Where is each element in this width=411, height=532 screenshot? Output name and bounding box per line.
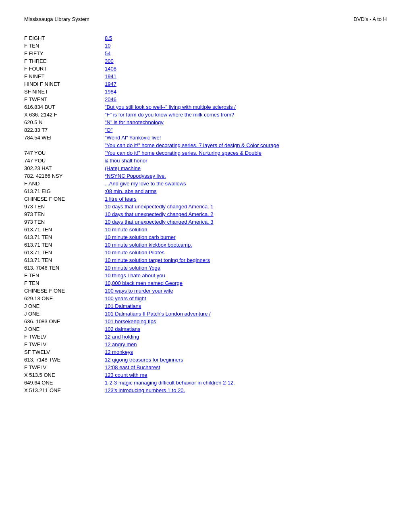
title-cell[interactable]: (Hate) machine — [105, 164, 387, 172]
title-cell[interactable]: 12 angry men — [105, 341, 387, 348]
title-link[interactable]: 102 dalmatians — [105, 326, 140, 332]
title-link[interactable]: 101 horsekeeping tips — [105, 318, 156, 324]
title-link[interactable]: 100 years of flight — [105, 295, 146, 301]
title-cell[interactable]: 100 years of flight — [105, 295, 387, 302]
title-cell[interactable]: 101 Dalmatians — [105, 302, 387, 310]
title-cell[interactable]: "You can do it!" home decorating series.… — [105, 141, 387, 149]
title-link[interactable]: "F" is for farm do you know where the mi… — [105, 112, 234, 118]
title-cell[interactable]: 10 things I hate about you — [105, 272, 387, 279]
title-link[interactable]: 1984 — [105, 89, 116, 95]
title-cell[interactable]: 1 litre of tears — [105, 195, 387, 203]
title-link[interactable]: ...And give my love to the swallows — [105, 181, 186, 187]
title-link[interactable]: 10 days that unexpectedly changed Americ… — [105, 219, 214, 225]
call-number: F NINET — [24, 73, 105, 80]
title-link[interactable]: 100 ways to murder your wife — [105, 288, 173, 294]
title-cell[interactable]: ...And give my love to the swallows — [105, 180, 387, 187]
title-cell[interactable]: 10 days that unexpectedly changed Americ… — [105, 203, 387, 210]
title-cell[interactable]: "But you still look so well--" living wi… — [105, 103, 387, 111]
title-cell[interactable]: 123's introducing numbers 1 to 20. — [105, 387, 387, 394]
title-link[interactable]: 2046 — [105, 96, 116, 102]
title-link[interactable]: 10 things I hate about you — [105, 272, 165, 278]
call-number: SF NINET — [24, 88, 105, 96]
title-cell[interactable]: 54 — [105, 50, 387, 57]
title-link[interactable]: 1947 — [105, 81, 116, 87]
title-link[interactable]: *NSYNC Popodyssey live. — [105, 173, 166, 179]
title-cell[interactable]: 10,000 black men named George — [105, 279, 387, 287]
title-link[interactable]: "Weird Al" Yankovic live! — [105, 135, 161, 141]
title-link[interactable]: 12 and holding — [105, 334, 139, 340]
title-cell[interactable]: 10 minute solution kickbox bootcamp. — [105, 241, 387, 249]
title-link[interactable]: 10 minute solution Pilates — [105, 249, 164, 256]
title-cell[interactable]: "Weird Al" Yankovic live! — [105, 134, 387, 141]
title-cell[interactable]: 123 count with me — [105, 371, 387, 379]
title-link[interactable]: "O" — [105, 127, 112, 133]
title-link[interactable]: 8.5 — [105, 35, 112, 41]
title-link[interactable]: 10 days that unexpectedly changed Americ… — [105, 211, 214, 217]
title-cell[interactable]: 10 minute solution Yoga — [105, 264, 387, 272]
title-cell[interactable]: 10 minute solution target toning for beg… — [105, 256, 387, 264]
title-cell[interactable]: 12 monkeys — [105, 348, 387, 356]
title-link[interactable]: (Hate) machine — [105, 165, 141, 171]
table-row: CHINESE F ONE1 litre of tears — [24, 195, 387, 203]
title-cell[interactable]: 2046 — [105, 96, 387, 103]
title-cell[interactable]: :08 min. abs and arms — [105, 187, 387, 195]
title-cell[interactable]: 10 days that unexpectedly changed Americ… — [105, 218, 387, 226]
title-link[interactable]: 10 minute solution — [105, 227, 147, 233]
title-link[interactable]: 10 — [105, 43, 110, 49]
title-cell[interactable]: 1947 — [105, 80, 387, 88]
title-link[interactable]: 12 qigong treasures for beginners — [105, 357, 183, 363]
title-cell[interactable]: 101 Dalmatians II Patch's London adventu… — [105, 310, 387, 318]
title-link[interactable]: 12 monkeys — [105, 349, 133, 355]
title-link[interactable]: 1941 — [105, 73, 116, 79]
title-link[interactable]: 101 Dalmatians — [105, 303, 141, 309]
title-link[interactable]: "N" is for nanotechnology — [105, 119, 164, 125]
title-cell[interactable]: 100 ways to murder your wife — [105, 287, 387, 295]
title-cell[interactable]: "N" is for nanotechnology — [105, 118, 387, 126]
call-number: 747 YOU — [24, 157, 105, 164]
title-cell[interactable]: 12 qigong treasures for beginners — [105, 356, 387, 364]
title-link[interactable]: & thou shalt honor — [105, 158, 147, 164]
title-cell[interactable]: 1984 — [105, 88, 387, 96]
title-link[interactable]: :08 min. abs and arms — [105, 188, 157, 194]
title-link[interactable]: 12 angry men — [105, 341, 137, 347]
title-link[interactable]: 123's introducing numbers 1 to 20. — [105, 387, 185, 393]
title-cell[interactable]: 10 minute solution — [105, 226, 387, 233]
title-link[interactable]: 54 — [105, 50, 110, 56]
title-link[interactable]: 123 count with me — [105, 372, 147, 378]
title-link[interactable]: 1-2-3 magic managing difficult behavior … — [105, 380, 235, 386]
title-link[interactable]: 10 minute solution carb burner — [105, 234, 176, 240]
title-cell[interactable]: 8.5 — [105, 34, 387, 42]
title-link[interactable]: 12:08 east of Bucharest — [105, 364, 160, 370]
title-cell[interactable]: 102 dalmatians — [105, 325, 387, 333]
title-cell[interactable]: 10 — [105, 42, 387, 50]
title-cell[interactable]: 300 — [105, 57, 387, 65]
title-link[interactable]: 10 days that unexpectedly changed Americ… — [105, 204, 214, 210]
title-cell[interactable]: 12:08 east of Bucharest — [105, 364, 387, 371]
title-cell[interactable]: *NSYNC Popodyssey live. — [105, 172, 387, 180]
title-cell[interactable]: 10 days that unexpectedly changed Americ… — [105, 210, 387, 218]
title-cell[interactable]: 10 minute solution carb burner — [105, 233, 387, 241]
call-number: 973 TEN — [24, 210, 105, 218]
title-cell[interactable]: 1408 — [105, 65, 387, 73]
title-cell[interactable]: 101 horsekeeping tips — [105, 318, 387, 325]
title-link[interactable]: 1 litre of tears — [105, 196, 137, 202]
title-cell[interactable]: & thou shalt honor — [105, 157, 387, 164]
title-link[interactable]: 10,000 black men named George — [105, 280, 183, 286]
title-link[interactable]: 10 minute solution target toning for beg… — [105, 257, 210, 263]
title-cell[interactable]: 1941 — [105, 73, 387, 80]
title-cell[interactable]: 10 minute solution Pilates — [105, 249, 387, 256]
title-cell[interactable]: 1-2-3 magic managing difficult behavior … — [105, 379, 387, 387]
title-link[interactable]: 101 Dalmatians II Patch's London adventu… — [105, 311, 211, 317]
title-link[interactable]: 10 minute solution kickbox bootcamp. — [105, 242, 192, 248]
title-cell[interactable]: "F" is for farm do you know where the mi… — [105, 111, 387, 118]
title-link[interactable]: 300 — [105, 58, 114, 64]
title-link[interactable]: "You can do it!" home decorating series.… — [105, 150, 262, 156]
title-cell[interactable]: "You can do it!" home decorating series.… — [105, 149, 387, 157]
title-link[interactable]: "But you still look so well--" living wi… — [105, 104, 236, 110]
title-link[interactable]: 10 minute solution Yoga — [105, 265, 160, 271]
title-link[interactable]: 1408 — [105, 66, 116, 72]
title-cell[interactable]: 12 and holding — [105, 333, 387, 341]
title-cell[interactable]: "O" — [105, 126, 387, 134]
title-link[interactable]: "You can do it!" home decorating series.… — [105, 142, 279, 148]
table-row: F TEN10,000 black men named George — [24, 279, 387, 287]
